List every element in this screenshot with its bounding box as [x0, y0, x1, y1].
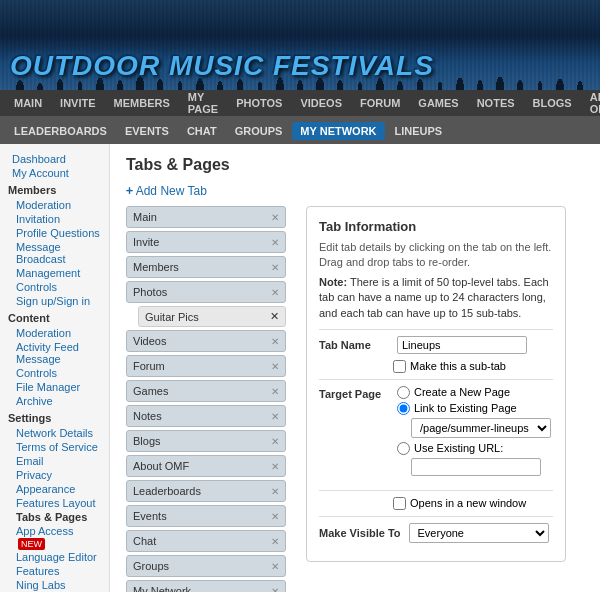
remove-tab-chat[interactable]: ✕	[271, 536, 279, 547]
sidebar-language-editor[interactable]: Language Editor	[0, 550, 109, 564]
remove-tab-games[interactable]: ✕	[271, 386, 279, 397]
sidebar-invitation[interactable]: Invitation	[0, 212, 109, 226]
remove-tab-events[interactable]: ✕	[271, 511, 279, 522]
sidebar-moderation2[interactable]: Moderation	[0, 326, 109, 340]
sidebar-myaccount[interactable]: My Account	[0, 166, 109, 180]
link-existing-row: Link to Existing Page	[397, 402, 551, 415]
remove-tab-videos[interactable]: ✕	[271, 336, 279, 347]
nav2-chat[interactable]: CHAT	[179, 122, 225, 140]
make-sub-tab-label: Make this a sub-tab	[410, 360, 506, 372]
make-visible-select[interactable]: Everyone	[409, 523, 549, 543]
tab-item-chat[interactable]: Chat ✕	[126, 530, 286, 552]
sidebar-appearance[interactable]: Appearance	[0, 482, 109, 496]
nav-photos[interactable]: PHOTOS	[228, 93, 290, 113]
nav2-lineups[interactable]: LINEUPS	[387, 122, 451, 140]
sidebar-controls1[interactable]: Controls	[0, 280, 109, 294]
tab-item-games[interactable]: Games ✕	[126, 380, 286, 402]
tab-label-invite: Invite	[133, 236, 159, 248]
tab-label-forum: Forum	[133, 360, 165, 372]
create-new-page-radio[interactable]	[397, 386, 410, 399]
tab-label-about: About OMF	[133, 460, 189, 472]
link-existing-select[interactable]: /page/summer-lineups	[411, 418, 551, 438]
tab-info-note: Note: There is a limit of 50 top-level t…	[319, 275, 553, 321]
tab-item-members[interactable]: Members ✕	[126, 256, 286, 278]
sidebar-management[interactable]: Management	[0, 266, 109, 280]
sidebar-activity-feed[interactable]: Activity Feed Message	[0, 340, 109, 366]
remove-tab-blogs[interactable]: ✕	[271, 436, 279, 447]
sidebar-controls2[interactable]: Controls	[0, 366, 109, 380]
nav2-leaderboards[interactable]: LEADERBOARDS	[6, 122, 115, 140]
sidebar-features[interactable]: Features	[0, 564, 109, 578]
sidebar-archive[interactable]: Archive	[0, 394, 109, 408]
sidebar-dashboard[interactable]: Dashboard	[0, 152, 109, 166]
add-new-tab-link[interactable]: + + Add New Tab	[126, 184, 207, 198]
tab-item-groups[interactable]: Groups ✕	[126, 555, 286, 577]
remove-tab-notes[interactable]: ✕	[271, 411, 279, 422]
use-existing-url-row: Use Existing URL:	[397, 442, 551, 455]
nav-games[interactable]: GAMES	[410, 93, 466, 113]
sidebar-profile-questions[interactable]: Profile Questions	[0, 226, 109, 240]
nav2-groups[interactable]: GROUPS	[227, 122, 291, 140]
nav2-mynetwork[interactable]: MY NETWORK	[292, 122, 384, 140]
tab-item-mynetwork[interactable]: My Network ✕	[126, 580, 286, 592]
remove-tab-photos[interactable]: ✕	[271, 287, 279, 298]
tab-sub-guitar-pics[interactable]: Guitar Pics ✕	[138, 306, 286, 327]
nav-members[interactable]: MEMBERS	[106, 93, 178, 113]
make-visible-row: Make Visible To Everyone	[319, 523, 553, 543]
nav-invite[interactable]: INVITE	[52, 93, 103, 113]
sidebar-ning-labs[interactable]: Ning Labs	[0, 578, 109, 592]
tab-label-chat: Chat	[133, 535, 156, 547]
remove-sub-guitar[interactable]: ✕	[270, 310, 279, 323]
remove-tab-members[interactable]: ✕	[271, 262, 279, 273]
sidebar-features-layout[interactable]: Features Layout	[0, 496, 109, 510]
tab-label-games: Games	[133, 385, 168, 397]
remove-tab-groups[interactable]: ✕	[271, 561, 279, 572]
remove-tab-invite[interactable]: ✕	[271, 237, 279, 248]
sidebar-signup[interactable]: Sign up/Sign in	[0, 294, 109, 308]
opens-new-window-checkbox[interactable]	[393, 497, 406, 510]
nav2-events[interactable]: EVENTS	[117, 122, 177, 140]
remove-tab-forum[interactable]: ✕	[271, 361, 279, 372]
sidebar: Dashboard My Account Members Moderation …	[0, 144, 110, 592]
use-existing-url-input[interactable]	[411, 458, 541, 476]
tab-item-main[interactable]: Main ✕	[126, 206, 286, 228]
tab-item-about[interactable]: About OMF ✕	[126, 455, 286, 477]
tab-item-events[interactable]: Events ✕	[126, 505, 286, 527]
tab-item-invite[interactable]: Invite ✕	[126, 231, 286, 253]
tab-label-photos: Photos	[133, 286, 167, 298]
nav-forum[interactable]: FORUM	[352, 93, 408, 113]
tab-name-input[interactable]	[397, 336, 527, 354]
make-visible-label: Make Visible To	[319, 527, 401, 539]
nav-blogs[interactable]: BLOGS	[525, 93, 580, 113]
tab-item-forum[interactable]: Forum ✕	[126, 355, 286, 377]
sidebar-file-manager[interactable]: File Manager	[0, 380, 109, 394]
tab-item-blogs[interactable]: Blogs ✕	[126, 430, 286, 452]
nav-videos[interactable]: VIDEOS	[292, 93, 350, 113]
sidebar-network-details[interactable]: Network Details	[0, 426, 109, 440]
use-existing-url-radio[interactable]	[397, 442, 410, 455]
sidebar-message-broadcast[interactable]: Message Broadcast	[0, 240, 109, 266]
sidebar-tabs-pages[interactable]: Tabs & Pages	[0, 510, 109, 524]
nav-notes[interactable]: NOTES	[469, 93, 523, 113]
remove-tab-mynetwork[interactable]: ✕	[271, 586, 279, 593]
remove-tab-about[interactable]: ✕	[271, 461, 279, 472]
tab-sub-label-guitar: Guitar Pics	[145, 311, 199, 323]
tab-label-members: Members	[133, 261, 179, 273]
nav-about[interactable]: ABOUT OMF	[582, 87, 600, 119]
remove-tab-leaderboards[interactable]: ✕	[271, 486, 279, 497]
tab-item-photos[interactable]: Photos ✕	[126, 281, 286, 303]
tab-item-leaderboards[interactable]: Leaderboards ✕	[126, 480, 286, 502]
sidebar-tos[interactable]: Terms of Service	[0, 440, 109, 454]
sidebar-moderation1[interactable]: Moderation	[0, 198, 109, 212]
nav-main[interactable]: MAIN	[6, 93, 50, 113]
link-existing-radio[interactable]	[397, 402, 410, 415]
remove-tab-main[interactable]: ✕	[271, 212, 279, 223]
make-sub-tab-checkbox[interactable]	[393, 360, 406, 373]
tab-item-videos[interactable]: Videos ✕	[126, 330, 286, 352]
tab-item-notes[interactable]: Notes ✕	[126, 405, 286, 427]
sidebar-email[interactable]: Email	[0, 454, 109, 468]
nav-mypage[interactable]: MY PAGE	[180, 87, 226, 119]
sidebar-app-access[interactable]: App Access NEW	[0, 524, 109, 550]
tab-label-groups: Groups	[133, 560, 169, 572]
sidebar-privacy[interactable]: Privacy	[0, 468, 109, 482]
